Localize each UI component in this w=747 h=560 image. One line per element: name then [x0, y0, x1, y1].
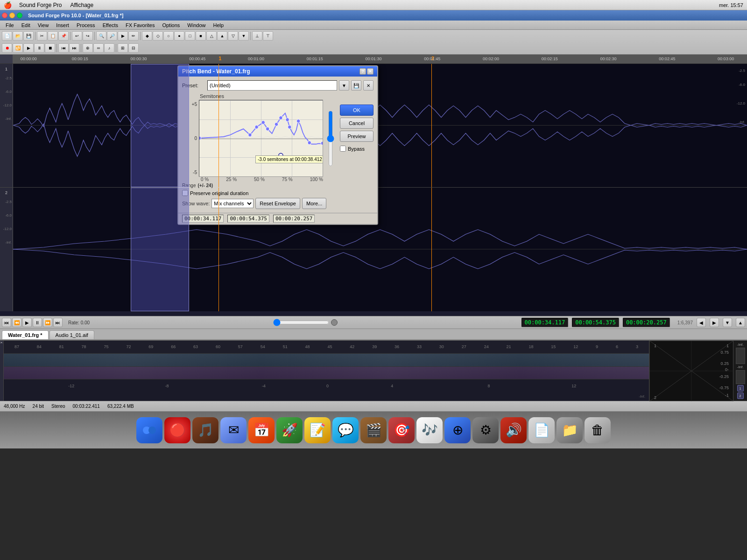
spectrum-expand[interactable]: x — [0, 342, 4, 343]
tb-undo[interactable]: ↩ — [72, 31, 82, 41]
tb-fx4[interactable]: ● — [174, 31, 184, 41]
dock-app6[interactable]: 📁 — [557, 417, 583, 443]
tb-ffwd[interactable]: ⏭ — [69, 43, 79, 53]
tb-fx1[interactable]: ◆ — [142, 31, 152, 41]
menu-edit[interactable]: Edit — [18, 21, 34, 29]
dock-settings[interactable]: ⚙ — [472, 417, 499, 443]
ch1-btn[interactable]: 1 — [737, 385, 744, 392]
tb-fx6[interactable]: ■ — [196, 31, 206, 41]
transport-pause[interactable]: ⏸ — [33, 318, 42, 327]
dialog-close-btn[interactable]: ✕ — [367, 68, 374, 75]
tab-water01[interactable]: Water_01.frg * — [2, 330, 49, 339]
dock-itunes[interactable]: 🎶 — [416, 417, 443, 443]
dock-acrobat[interactable]: 📄 — [529, 417, 555, 443]
tb-fx5[interactable]: □ — [185, 31, 195, 41]
tb-fx7[interactable]: △ — [206, 31, 217, 41]
tb-stop[interactable]: ⏹ — [45, 43, 55, 53]
scroll-left[interactable]: ◀ — [697, 318, 706, 327]
transport-rewind[interactable]: ⏪ — [12, 318, 21, 327]
apple-logo-icon[interactable]: 🍎 — [4, 1, 12, 9]
tab-audio1[interactable]: Audio 1_01.aif — [49, 330, 94, 339]
tb-marker2[interactable]: ⊤ — [263, 31, 273, 41]
preset-delete-btn[interactable]: ✕ — [363, 80, 374, 91]
tb-select[interactable]: ▶ — [118, 31, 128, 41]
tb-loop2[interactable]: ∞ — [93, 43, 104, 53]
ch2-btn[interactable]: 2 — [737, 392, 744, 399]
tb-pause[interactable]: ⏸ — [34, 43, 44, 53]
scroll-right[interactable]: ▶ — [710, 318, 719, 327]
dock-messages[interactable]: 💬 — [332, 417, 359, 443]
menu-insert[interactable]: Insert — [52, 21, 73, 29]
tb-save[interactable]: 💾 — [23, 31, 34, 41]
bypass-checkbox[interactable] — [340, 146, 346, 152]
preview-button[interactable]: Preview — [340, 131, 374, 142]
tb-zoom-in[interactable]: 🔍 — [96, 31, 106, 41]
affichage-menu[interactable]: Affichage — [66, 1, 97, 9]
dock-app2[interactable]: 🎵 — [192, 417, 218, 443]
menu-help[interactable]: Help — [209, 21, 227, 29]
dock-rme[interactable]: 🔊 — [500, 417, 527, 443]
show-wave-select[interactable]: Mix channels Left channel Right channel — [211, 199, 254, 208]
dock-app4[interactable]: 🎬 — [360, 417, 387, 443]
tb-marker1[interactable]: ⊥ — [252, 31, 262, 41]
tb-fx10[interactable]: ▼ — [239, 31, 249, 41]
tb-cut[interactable]: ✂ — [37, 31, 47, 41]
dock-calendar[interactable]: 📅 — [248, 417, 275, 443]
tb-fx2[interactable]: ◇ — [153, 31, 163, 41]
soundforge-menu[interactable]: Sound Forge Pro — [15, 1, 65, 9]
tb-zoom-out[interactable]: 🔎 — [107, 31, 117, 41]
dock-notes[interactable]: 📝 — [304, 417, 331, 443]
tb-fx9[interactable]: ▽ — [228, 31, 238, 41]
tb-rewind[interactable]: ⏮ — [58, 43, 69, 53]
menu-window[interactable]: Window — [183, 21, 209, 29]
tb-fx3[interactable]: ○ — [163, 31, 174, 41]
tb-play[interactable]: ▶ — [23, 43, 34, 53]
transport-ffwd[interactable]: ⏩ — [43, 318, 52, 327]
range-slider-input[interactable] — [326, 111, 335, 167]
scroll-down[interactable]: ▼ — [723, 318, 732, 327]
transport-prev[interactable]: ⏮ — [2, 318, 11, 327]
dock-app3[interactable]: 🚀 — [276, 417, 303, 443]
dock-appstore[interactable]: ⊕ — [444, 417, 471, 443]
preset-save-btn[interactable]: 💾 — [351, 80, 361, 91]
scroll-up[interactable]: ▲ — [736, 318, 745, 327]
tb-open[interactable]: 📂 — [13, 31, 23, 41]
minimize-btn[interactable] — [9, 13, 15, 18]
close-btn[interactable] — [2, 13, 7, 18]
menu-view[interactable]: View — [34, 21, 53, 29]
tb-new[interactable]: 📄 — [2, 31, 12, 41]
menu-file[interactable]: File — [2, 21, 18, 29]
dock-finder[interactable] — [136, 417, 162, 443]
tb-pitch[interactable]: ♪ — [104, 43, 114, 53]
cancel-button[interactable]: Cancel — [340, 118, 374, 129]
tb-tool1[interactable]: ⊞ — [118, 43, 128, 53]
envelope-canvas[interactable]: -3.0 semitones at 00:00:38.412 — [199, 100, 323, 177]
tb-tool2[interactable]: ⊟ — [128, 43, 139, 53]
tb-fx8[interactable]: ▲ — [217, 31, 227, 41]
track-1-waveform[interactable]: -2.5 -6.0 -12.0 -Inf. — [13, 64, 747, 187]
tb-snap[interactable]: ⊕ — [83, 43, 93, 53]
ok-button[interactable]: OK — [340, 105, 374, 116]
tb-copy[interactable]: 📋 — [48, 31, 58, 41]
tb-redo[interactable]: ↪ — [83, 31, 93, 41]
tb-record[interactable]: ⏺ — [2, 43, 12, 53]
tb-loop[interactable]: 🔁 — [13, 43, 23, 53]
preset-input[interactable] — [207, 80, 337, 91]
dock-app1[interactable]: 🔴 — [164, 417, 190, 443]
tb-pencil[interactable]: ✏ — [128, 31, 139, 41]
tb-paste[interactable]: 📌 — [58, 31, 69, 41]
menu-effects[interactable]: Effects — [99, 21, 122, 29]
track-2-waveform[interactable] — [13, 188, 747, 311]
menu-fxfavorites[interactable]: FX Favorites — [122, 21, 158, 29]
transport-next[interactable]: ⏭ — [53, 318, 63, 327]
rate-knob[interactable] — [331, 319, 338, 326]
menu-process[interactable]: Process — [73, 21, 99, 29]
maximize-btn[interactable] — [17, 13, 22, 18]
rate-slider[interactable] — [273, 319, 329, 326]
more-btn[interactable]: More... — [302, 198, 326, 209]
preset-dropdown-btn[interactable]: ▼ — [339, 80, 349, 91]
dock-mail[interactable]: ✉ — [220, 417, 247, 443]
reset-envelope-btn[interactable]: Reset Envelope — [255, 198, 300, 209]
dialog-help-btn[interactable]: ? — [359, 68, 366, 75]
menu-options[interactable]: Options — [158, 21, 183, 29]
